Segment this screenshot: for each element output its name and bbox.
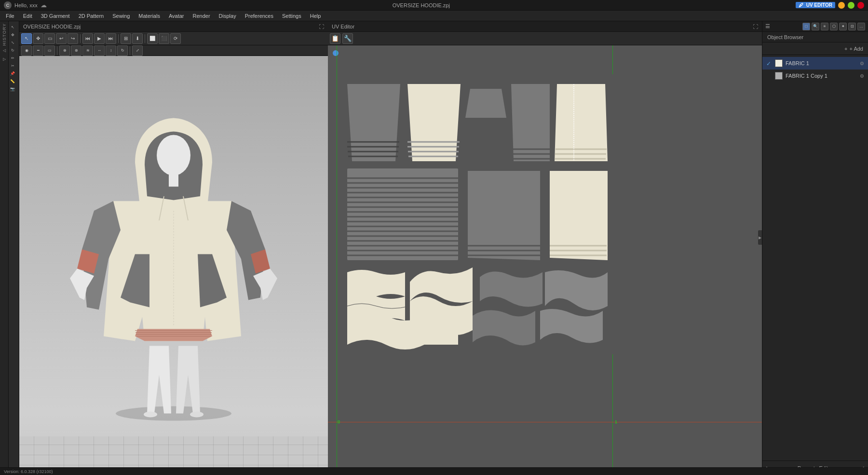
fabric-item-1[interactable]: ✓ FABRIC 1 ⚙ — [762, 57, 868, 70]
tool-camera-back[interactable]: ⬛ — [159, 33, 169, 44]
cloud-icon: ☁ — [41, 1, 47, 9]
vtool-camera[interactable]: 📷 — [9, 85, 16, 93]
tool-panel: ↖ ✥ ⤡ ↻ ✏ ✂ 📌 📏 📷 — [9, 21, 19, 475]
uv-line-vertical — [337, 45, 337, 475]
menu-help[interactable]: Help — [306, 12, 325, 20]
fabric-1-check: ✓ — [766, 60, 772, 66]
rp-tool-6[interactable]: ⊡ — [848, 23, 856, 30]
close-button[interactable] — [857, 2, 864, 9]
tool-select[interactable]: ↖ — [21, 33, 32, 44]
menu-render[interactable]: Render — [189, 12, 214, 20]
menu-edit[interactable]: Edit — [19, 12, 36, 20]
title-bar-center: OVERSIZE HOODIE.zpj — [393, 2, 450, 8]
svg-point-0 — [116, 406, 231, 421]
right-panel-collapse-btn[interactable]: ▶ — [758, 230, 762, 245]
history-tool-1[interactable]: ◁ — [0, 47, 8, 55]
tool-flip-v[interactable]: ↕ — [106, 45, 116, 56]
viewport-expand-icon[interactable]: ⛶ — [319, 24, 324, 29]
vtool-cut[interactable]: ✂ — [9, 62, 16, 70]
tool-select-vertex[interactable]: ◉ — [21, 45, 32, 56]
tool-rotate-90[interactable]: ↻ — [117, 45, 128, 56]
menu-display[interactable]: Display — [215, 12, 240, 20]
tool-rect-select[interactable]: ▭ — [44, 33, 55, 44]
tool-weld[interactable]: ⊕ — [59, 45, 70, 56]
uv-origin-indicator — [333, 50, 339, 56]
menu-preferences[interactable]: Preferences — [241, 12, 277, 20]
uv-label-0: 0 — [338, 419, 340, 424]
uv-editor-expand[interactable]: ⛶ — [753, 24, 758, 29]
tool-sim-fwd[interactable]: ⏭ — [106, 33, 116, 44]
svg-point-1 — [144, 412, 157, 418]
fabric-copy-settings[interactable]: ⚙ — [860, 73, 864, 79]
fabric-item-1-copy[interactable]: ✓ FABRIC 1 Copy 1 ⚙ — [762, 70, 868, 82]
menu-file[interactable]: File — [2, 12, 18, 20]
hamburger-icon[interactable]: ☰ — [765, 23, 770, 29]
vtool-move[interactable]: ✥ — [9, 31, 16, 39]
menu-settings[interactable]: Settings — [278, 12, 305, 20]
tool-select-face[interactable]: ▭ — [44, 45, 55, 56]
separator-2 — [118, 34, 119, 43]
rp-tool-7[interactable]: … — [857, 23, 865, 30]
fabric-copy-label: FABRIC 1 Copy 1 — [786, 73, 857, 79]
tool-relax[interactable]: ≋ — [82, 45, 93, 56]
menu-bar: File Edit 3D Garment 2D Pattern Sewing M… — [0, 11, 868, 21]
menu-materials[interactable]: Materials — [135, 12, 164, 20]
vtool-pin[interactable]: 📌 — [9, 70, 16, 77]
tool-flip-h[interactable]: ↔ — [94, 45, 105, 56]
vtool-select[interactable]: ↖ — [9, 23, 16, 31]
viewport-3d: OVERSIZE HOODIE.zpj ⛶ ↖ ✥ ▭ ↩ ↪ ⏮ ▶ ⏭ ⊞ … — [19, 21, 328, 475]
tool-expand[interactable]: ⤢ — [132, 45, 143, 56]
separator-3 — [145, 34, 145, 43]
app-logo: C — [4, 1, 12, 9]
rp-tool-2[interactable]: 🔍 — [812, 23, 819, 30]
right-panel-toolbar: ☰ □ 🔍 ≡ ⬡ ✦ ⊡ … — [762, 21, 868, 32]
uv-editor: UV Editor ⛶ 📋 🔧 0 1 1 — [328, 21, 762, 475]
uv-canvas[interactable]: 0 1 1 — [328, 45, 762, 475]
tool-sim-play[interactable]: ▶ — [94, 33, 105, 44]
rp-tool-3[interactable]: ≡ — [821, 23, 828, 30]
status-bar: Version: 6.0.328 (r32100) — [0, 467, 868, 475]
tool-unweld[interactable]: ⊗ — [71, 45, 81, 56]
tool-redo[interactable]: ↪ — [68, 33, 78, 44]
vtool-measure[interactable]: 📏 — [9, 77, 16, 85]
tool-camera-front[interactable]: ⬜ — [147, 33, 158, 44]
minimize-button[interactable] — [838, 2, 845, 9]
vtool-rotate[interactable]: ↻ — [9, 46, 16, 54]
tool-camera-reset[interactable]: ⟳ — [170, 33, 181, 44]
uv-editor-badge: 🖊 UV EDITOR — [796, 2, 835, 8]
history-tool-2[interactable]: ▷ — [0, 56, 8, 63]
rp-tool-4[interactable]: ⬡ — [830, 23, 838, 30]
tool-select-edge[interactable]: ━ — [33, 45, 43, 56]
tool-gravity[interactable]: ⬇ — [132, 33, 143, 44]
maximize-button[interactable] — [848, 2, 854, 9]
svg-rect-8 — [169, 175, 178, 187]
fabric-1-label: FABRIC 1 — [786, 60, 857, 66]
viewport-header: OVERSIZE HOODIE.zpj ⛶ — [19, 21, 328, 32]
menu-2d-pattern[interactable]: 2D Pattern — [75, 12, 108, 20]
vtool-scale[interactable]: ⤡ — [9, 39, 16, 46]
fabric-1-settings[interactable]: ⚙ — [860, 61, 864, 66]
tool-translate[interactable]: ✥ — [33, 33, 43, 44]
add-fabric-button[interactable]: + + Add — [844, 46, 864, 52]
uv-editor-title: UV Editor — [332, 24, 354, 29]
menu-3d-garment[interactable]: 3D Garment — [37, 12, 74, 20]
separator-5 — [130, 46, 130, 55]
tool-sim-back[interactable]: ⏮ — [82, 33, 93, 44]
menu-sewing[interactable]: Sewing — [108, 12, 134, 20]
viewport-canvas[interactable] — [19, 56, 328, 475]
right-panel: ☰ □ 🔍 ≡ ⬡ ✦ ⊡ … Object Browser + + Add — [762, 21, 868, 475]
title-bar-left: C Hello, xxx ☁ — [4, 1, 47, 9]
tool-undo[interactable]: ↩ — [56, 33, 67, 44]
menu-avatar[interactable]: Avatar — [165, 12, 188, 20]
uv-pattern-svg — [338, 74, 627, 374]
svg-point-2 — [190, 412, 203, 418]
rp-tool-5[interactable]: ✦ — [839, 23, 847, 30]
uv-editor-toolbar: 📋 🔧 — [328, 32, 762, 45]
collapse-icon: ▶ — [759, 236, 761, 240]
uv-tool-import[interactable]: 📋 — [330, 33, 340, 44]
title-bar-right: 🖊 UV EDITOR — [796, 2, 864, 9]
rp-tool-1[interactable]: □ — [802, 23, 810, 30]
uv-tool-settings[interactable]: 🔧 — [342, 33, 353, 44]
vtool-draw[interactable]: ✏ — [9, 54, 16, 62]
tool-arrange[interactable]: ⊞ — [121, 33, 131, 44]
